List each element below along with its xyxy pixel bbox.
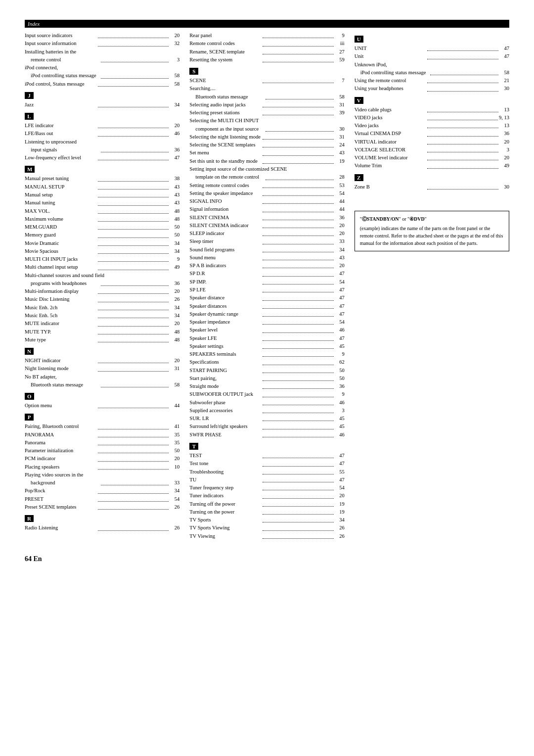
list-item: SIGNAL INFO 44 [189, 197, 344, 205]
list-item: TV Sports 34 [189, 516, 344, 524]
list-item: SLEEP indicator 20 [189, 230, 344, 237]
list-item: TV Viewing 26 [189, 532, 344, 540]
list-item: Speaker LFE 47 [189, 334, 344, 342]
list-item: SILENT CINEMA indicator 20 [189, 222, 344, 230]
list-item: Speaker settings 45 [189, 342, 344, 350]
list-item: SILENT CINEMA 36 [189, 214, 344, 222]
list-item: MAX VOL. 48 [25, 207, 179, 215]
list-item: Signal information 44 [189, 205, 344, 213]
list-item: Start pairing, 50 [189, 375, 344, 382]
list-item: Video jacks 13 [355, 122, 509, 130]
list-item: Setting the speaker impedance 54 [189, 189, 344, 197]
list-item: VOLTAGE SELECTOR 3 [355, 146, 509, 154]
list-item: component as the input source 30 [189, 125, 344, 133]
section-s: S [189, 68, 344, 75]
index-header: Index [25, 20, 509, 28]
section-p: P [25, 414, 179, 421]
index-col-1: Input source indicators 20 Input source … [25, 32, 184, 540]
list-item: iPod controlling status message 58 [25, 72, 179, 80]
list-item: iPod connected, [25, 64, 179, 72]
list-item: PANORAMA 35 [25, 431, 179, 439]
list-item: MEM.GUARD 50 [25, 223, 179, 231]
list-item: Rear panel 9 [189, 32, 344, 40]
section-l: L [25, 113, 179, 120]
list-item: MANUAL SETUP 43 [25, 183, 179, 191]
list-item: Test tone 47 [189, 460, 344, 468]
list-item: Manual tuning 43 [25, 199, 179, 207]
list-item: Preset SCENE templates 26 [25, 503, 179, 511]
list-item: LFE indicator 20 [25, 122, 179, 130]
list-item: Music Enh. 2ch 34 [25, 304, 179, 312]
section-r: R [25, 515, 179, 522]
section-z: Z [355, 174, 509, 181]
list-item: template on the remote control 28 [189, 173, 344, 181]
list-item: Set menu 43 [189, 149, 344, 157]
list-item: TV Sports Viewing 26 [189, 524, 344, 532]
list-item: NIGHT indicator 20 [25, 357, 179, 365]
list-item: Speaker impedance 54 [189, 318, 344, 326]
list-item: Option menu 44 [25, 402, 179, 410]
list-item: No BT adapter, [25, 373, 179, 381]
list-item: Manual setup 43 [25, 191, 179, 199]
list-item: Straight mode 36 [189, 382, 344, 390]
list-item: Pop/Rock 34 [25, 487, 179, 495]
list-item: Movie Dramatic 34 [25, 239, 179, 247]
list-item: TU 47 [189, 476, 344, 484]
list-item: Selecting the SCENE templates 24 [189, 141, 344, 149]
list-item: VOLUME level indicator 20 [355, 154, 509, 162]
list-item: Sleep timer 33 [189, 237, 344, 245]
section-t: T [189, 443, 344, 450]
list-item: Resetting the system 59 [189, 56, 344, 64]
list-item: Low-frequency effect level 47 [25, 154, 179, 162]
list-item: Speaker dynamic range 47 [189, 310, 344, 318]
list-item: Zone B 30 [355, 183, 509, 191]
list-item: Set this unit to the standby mode 19 [189, 157, 344, 165]
list-item: Troubleshooting 55 [189, 468, 344, 476]
list-item: Selecting audio input jacks 31 [189, 101, 344, 109]
list-item: Playing video sources in the [25, 471, 179, 479]
list-item: Manual preset tuning 38 [25, 175, 179, 183]
page-footer: 64 En [25, 555, 509, 563]
section-u: U [355, 36, 509, 43]
list-item: Memory guard 50 [25, 231, 179, 239]
index-col-2: Rear panel 9 Remote control codes iii Re… [184, 32, 349, 540]
list-item: Input source indicators 20 [25, 32, 179, 40]
index-col-3: U UNIT 47 Unit 47 Unknown iPod, iPod con… [350, 32, 509, 540]
list-item: UNIT 47 [355, 45, 509, 52]
section-m: M [25, 166, 179, 173]
list-item: PRESET 54 [25, 495, 179, 503]
list-item: Subwoofer phase 46 [189, 399, 344, 407]
list-item: Music Enh. 5ch 34 [25, 312, 179, 320]
list-item: input signals 36 [25, 146, 179, 154]
list-item: background 33 [25, 479, 179, 487]
list-item: programs with headphones 36 [25, 280, 179, 287]
list-item: Music Disc Listening 26 [25, 295, 179, 303]
section-j: J [25, 92, 179, 99]
list-item: Specifications 62 [189, 358, 344, 366]
list-item: Bluetooth status message 58 [25, 381, 179, 389]
list-item: Remote control codes iii [189, 40, 344, 47]
list-item: Surround left/right speakers 45 [189, 423, 344, 430]
list-item: Jazz 34 [25, 101, 179, 109]
list-item: Supplied accessories 3 [189, 407, 344, 415]
list-item: VIRTUAL indicator 20 [355, 138, 509, 146]
list-item: Bluetooth status message 58 [189, 93, 344, 101]
list-item: Pairing, Bluetooth control 41 [25, 423, 179, 430]
list-item: Selecting the MULTI CH INPUT [189, 117, 344, 125]
list-item: Searching.... [189, 85, 344, 93]
list-item: Input source information 32 [25, 40, 179, 47]
list-item: remote control 3 [25, 56, 179, 64]
list-item: Speaker distances 47 [189, 302, 344, 310]
list-item: START PAIRING 50 [189, 367, 344, 375]
list-item: SPEAKERS terminals 9 [189, 350, 344, 358]
list-item: Sound field programs 34 [189, 246, 344, 254]
list-item: Parameter initialization 50 [25, 447, 179, 455]
list-item: Speaker distance 47 [189, 294, 344, 302]
list-item: VIDEO jacks 9, 13 [355, 114, 509, 122]
list-item: Listening to unprocessed [25, 138, 179, 146]
section-n: N [25, 348, 179, 355]
list-item: Setting remote control codes 53 [189, 182, 344, 189]
list-item: SP D.R 47 [189, 270, 344, 278]
list-item: Mute type 48 [25, 336, 179, 344]
list-item: MUTE TYP. 48 [25, 328, 179, 336]
